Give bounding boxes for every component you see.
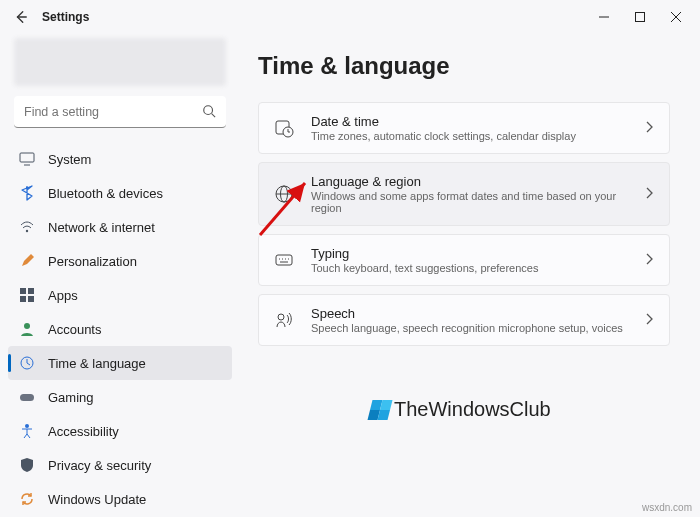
sidebar-item-personalization[interactable]: Personalization [8,244,232,278]
svg-rect-4 [20,153,34,162]
profile-card[interactable] [14,38,226,86]
svg-point-11 [24,323,30,329]
sidebar-item-label: Accounts [48,322,101,337]
card-title: Date & time [311,114,627,129]
arrow-left-icon [14,10,28,24]
card-desc: Windows and some apps format dates and t… [311,190,627,214]
gamepad-icon [18,388,36,406]
svg-rect-7 [20,288,26,294]
keyboard-icon [273,249,295,271]
card-title: Language & region [311,174,627,189]
watermark: TheWindowsClub [370,398,551,421]
svg-line-3 [212,114,216,118]
chevron-right-icon [643,119,655,137]
watermark-text: TheWindowsClub [394,398,551,421]
sidebar: System Bluetooth & devices Network & int… [0,34,240,517]
wifi-icon [18,218,36,236]
svg-point-26 [278,314,284,320]
app-title: Settings [42,10,89,24]
search-icon [202,104,216,122]
search-field[interactable] [14,96,226,128]
sidebar-item-label: Time & language [48,356,146,371]
globe-icon [273,183,295,205]
svg-point-2 [204,106,213,115]
svg-rect-1 [636,13,645,22]
svg-rect-13 [20,394,34,401]
close-icon [671,12,681,22]
close-button[interactable] [658,2,694,32]
sidebar-item-label: Windows Update [48,492,146,507]
card-desc: Speech language, speech recognition micr… [311,322,627,334]
maximize-button[interactable] [622,2,658,32]
sidebar-item-bluetooth[interactable]: Bluetooth & devices [8,176,232,210]
svg-point-14 [25,424,29,428]
page-title: Time & language [258,52,670,80]
maximize-icon [635,12,645,22]
chevron-right-icon [643,185,655,203]
apps-icon [18,286,36,304]
minimize-button[interactable] [586,2,622,32]
sidebar-item-network[interactable]: Network & internet [8,210,232,244]
sidebar-item-accounts[interactable]: Accounts [8,312,232,346]
sidebar-item-label: Accessibility [48,424,119,439]
svg-rect-20 [276,255,292,265]
svg-rect-8 [28,288,34,294]
card-date-time[interactable]: Date & timeTime zones, automatic clock s… [258,102,670,154]
brush-icon [18,252,36,270]
card-desc: Touch keyboard, text suggestions, prefer… [311,262,627,274]
sidebar-item-label: Gaming [48,390,94,405]
chevron-right-icon [643,311,655,329]
sidebar-item-label: Network & internet [48,220,155,235]
sidebar-item-label: System [48,152,91,167]
main-content: Time & language Date & timeTime zones, a… [240,34,700,517]
speech-icon [273,309,295,331]
sidebar-item-label: Privacy & security [48,458,151,473]
search-input[interactable] [14,96,226,128]
sidebar-item-apps[interactable]: Apps [8,278,232,312]
minimize-icon [599,12,609,22]
svg-rect-10 [28,296,34,302]
card-title: Speech [311,306,627,321]
globe-clock-icon [18,354,36,372]
person-icon [18,320,36,338]
sidebar-item-accessibility[interactable]: Accessibility [8,414,232,448]
accessibility-icon [18,422,36,440]
card-language-region[interactable]: Language & regionWindows and some apps f… [258,162,670,226]
sidebar-item-time-language[interactable]: Time & language [8,346,232,380]
sidebar-item-privacy[interactable]: Privacy & security [8,448,232,482]
card-speech[interactable]: SpeechSpeech language, speech recognitio… [258,294,670,346]
window-controls [586,2,694,32]
system-icon [18,150,36,168]
chevron-right-icon [643,251,655,269]
sidebar-item-label: Personalization [48,254,137,269]
calendar-clock-icon [273,117,295,139]
bluetooth-icon [18,184,36,202]
title-bar: Settings [0,0,700,34]
sidebar-item-gaming[interactable]: Gaming [8,380,232,414]
attribution-text: wsxdn.com [642,502,692,513]
sidebar-item-system[interactable]: System [8,142,232,176]
card-desc: Time zones, automatic clock settings, ca… [311,130,627,142]
update-icon [18,490,36,508]
card-typing[interactable]: TypingTouch keyboard, text suggestions, … [258,234,670,286]
svg-point-6 [26,230,28,232]
svg-rect-9 [20,296,26,302]
sidebar-item-label: Bluetooth & devices [48,186,163,201]
shield-icon [18,456,36,474]
sidebar-item-label: Apps [48,288,78,303]
windowsclub-logo-icon [368,400,393,420]
card-title: Typing [311,246,627,261]
sidebar-item-windows-update[interactable]: Windows Update [8,482,232,516]
back-button[interactable] [6,2,36,32]
